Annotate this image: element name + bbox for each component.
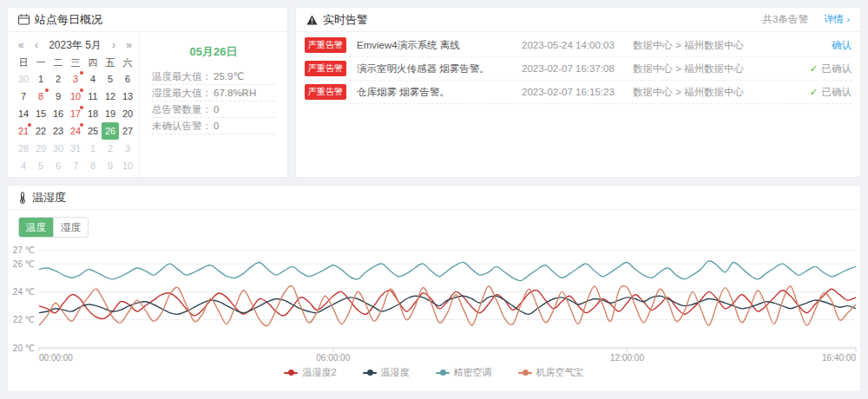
calendar-day-17[interactable]: 17 [67, 105, 84, 122]
alert-count-label: 共3条告警 [763, 13, 808, 26]
legend-marker [436, 372, 450, 374]
confirm-button[interactable]: 确认 [832, 39, 852, 52]
legend-item-精密空调[interactable]: 精密空调 [436, 366, 492, 379]
calendar-day-11[interactable]: 11 [84, 88, 102, 105]
y-axis-label: 20 ℃ [13, 343, 35, 353]
calendar-day-30[interactable]: 30 [15, 70, 32, 88]
alert-dot [80, 71, 83, 75]
calendar-day-25[interactable]: 25 [84, 122, 102, 140]
calendar-day-16[interactable]: 16 [49, 105, 67, 122]
check-icon: ✓ [810, 63, 819, 74]
calendar-day-21[interactable]: 21 [15, 122, 32, 140]
legend-dot [440, 370, 446, 376]
calendar-day-20[interactable]: 20 [119, 105, 136, 122]
alert-location: 数据中心 > 福州数据中心 [633, 86, 810, 99]
alert-dot [45, 88, 49, 92]
calendar-day-15[interactable]: 15 [32, 105, 49, 122]
legend-item-温湿度[interactable]: 温湿度 [363, 366, 410, 379]
toggle-temperature-button[interactable]: 温度 [19, 218, 53, 237]
check-icon: ✓ [810, 87, 819, 97]
calendar-next-month-button[interactable]: › [112, 39, 115, 51]
legend-dot [523, 370, 529, 376]
calendar-weekday: 四 [84, 55, 102, 70]
calendar-day-6[interactable]: 6 [49, 157, 67, 174]
calendar-day-9[interactable]: 9 [49, 88, 67, 105]
calendar-day-26[interactable]: 26 [102, 122, 119, 140]
summary-label: 未确认告警： [152, 120, 212, 133]
calendar-day-3[interactable]: 3 [67, 70, 84, 88]
calendar-day-6[interactable]: 6 [119, 70, 136, 88]
legend-dot [367, 370, 373, 376]
calendar-weekday: 六 [119, 55, 136, 70]
alert-location: 数据中心 > 福州数据中心 [633, 62, 810, 75]
calendar-day-2[interactable]: 2 [102, 140, 119, 157]
alerts-title: 实时告警 [323, 12, 368, 28]
calendar-day-8[interactable]: 8 [84, 157, 102, 174]
confirmed-label: ✓已确认 [810, 62, 852, 75]
y-axis-label: 22 ℃ [13, 315, 35, 324]
calendar-weekday: 五 [102, 55, 119, 70]
calendar-day-12[interactable]: 12 [102, 88, 119, 105]
calendar-next-year-button[interactable]: » [126, 39, 132, 51]
calendar-day-22[interactable]: 22 [32, 122, 49, 140]
summary-value: 0 [214, 104, 219, 114]
legend-item-机房空气宝[interactable]: 机房空气宝 [518, 366, 584, 379]
calendar-day-24[interactable]: 24 [67, 122, 84, 140]
legend-item-温湿度2[interactable]: 温湿度2 [284, 366, 336, 379]
calendar-day-10[interactable]: 10 [119, 157, 136, 174]
alert-message: Emview4演示系统 离线 [357, 39, 522, 52]
calendar-day-5[interactable]: 5 [102, 70, 119, 88]
alert-time: 2023-02-07 16:37:08 [522, 63, 633, 74]
calendar-day-28[interactable]: 28 [15, 140, 32, 157]
temperature-humidity-panel: 温湿度 温度 湿度 27 ℃26 ℃24 ℃22 ℃20 ℃00:00:0006… [7, 185, 861, 392]
calendar-day-7[interactable]: 7 [15, 88, 32, 105]
alerts-detail-link[interactable]: 详情 › [824, 13, 850, 26]
daily-summary: 05月26日 温度最大值：25.9℃湿度最大值：67.8%RH总告警数量：0未确… [140, 32, 287, 178]
calendar-day-3[interactable]: 3 [119, 140, 136, 157]
alert-message: 演示室明火传感器 烟雾告警。 [357, 62, 522, 75]
alerts-header: 实时告警 共3条告警 详情 › [296, 8, 860, 32]
confirmed-label: ✓已确认 [810, 86, 852, 99]
calendar-day-10[interactable]: 10 [67, 88, 84, 105]
summary-item: 湿度最大值：67.8%RH [152, 85, 275, 101]
toggle-humidity-button[interactable]: 湿度 [53, 218, 88, 237]
calendar-day-5[interactable]: 5 [32, 157, 49, 174]
calendar-weekday: 日 [15, 55, 32, 70]
calendar-day-14[interactable]: 14 [15, 105, 32, 122]
summary-label: 湿度最大值： [152, 87, 212, 100]
calendar-weekday: 一 [32, 55, 49, 70]
calendar-day-31[interactable]: 31 [67, 140, 84, 157]
legend-label: 温湿度 [381, 366, 410, 379]
alert-time: 2023-02-07 16:15:23 [522, 87, 633, 97]
calendar-prev-year-button[interactable]: « [18, 39, 24, 51]
calendar-day-18[interactable]: 18 [84, 105, 102, 122]
legend-label: 机房空气宝 [536, 366, 584, 379]
chart-legend: 温湿度2温湿度精密空调机房空气宝 [8, 366, 860, 379]
alert-row: 严重告警Emview4演示系统 离线2023-05-24 14:00:03数据中… [305, 34, 852, 57]
daily-overview-title: 站点每日概况 [35, 12, 102, 28]
calendar-prev-month-button[interactable]: ‹ [35, 39, 38, 51]
summary-item: 总告警数量：0 [152, 101, 275, 118]
alert-row: 严重告警仓库烟雾 烟雾告警。2023-02-07 16:15:23数据中心 > … [305, 81, 852, 104]
calendar-day-13[interactable]: 13 [119, 88, 136, 105]
calendar-day-8[interactable]: 8 [32, 88, 49, 105]
temperature-line-chart[interactable]: 27 ℃26 ℃24 ℃22 ℃20 ℃00:00:0006:00:0012:0… [10, 243, 860, 364]
calendar-day-2[interactable]: 2 [49, 70, 67, 88]
summary-item: 未确认告警：0 [152, 118, 275, 134]
calendar-day-4[interactable]: 4 [84, 70, 102, 88]
summary-label: 总告警数量： [152, 103, 212, 116]
calendar-day-1[interactable]: 1 [84, 140, 102, 157]
calendar-day-7[interactable]: 7 [67, 157, 84, 174]
calendar-day-27[interactable]: 27 [119, 122, 136, 140]
calendar-day-9[interactable]: 9 [102, 157, 119, 174]
summary-item: 温度最大值：25.9℃ [152, 69, 275, 85]
calendar-day-4[interactable]: 4 [15, 157, 32, 174]
calendar-day-19[interactable]: 19 [102, 105, 119, 122]
calendar-day-23[interactable]: 23 [49, 122, 67, 140]
legend-dot [288, 370, 294, 376]
calendar-day-30[interactable]: 30 [49, 140, 67, 157]
y-axis-label: 27 ℃ [13, 245, 35, 255]
calendar-day-1[interactable]: 1 [32, 70, 49, 88]
daily-overview-header: 站点每日概况 [8, 8, 287, 32]
calendar-day-29[interactable]: 29 [32, 140, 49, 157]
